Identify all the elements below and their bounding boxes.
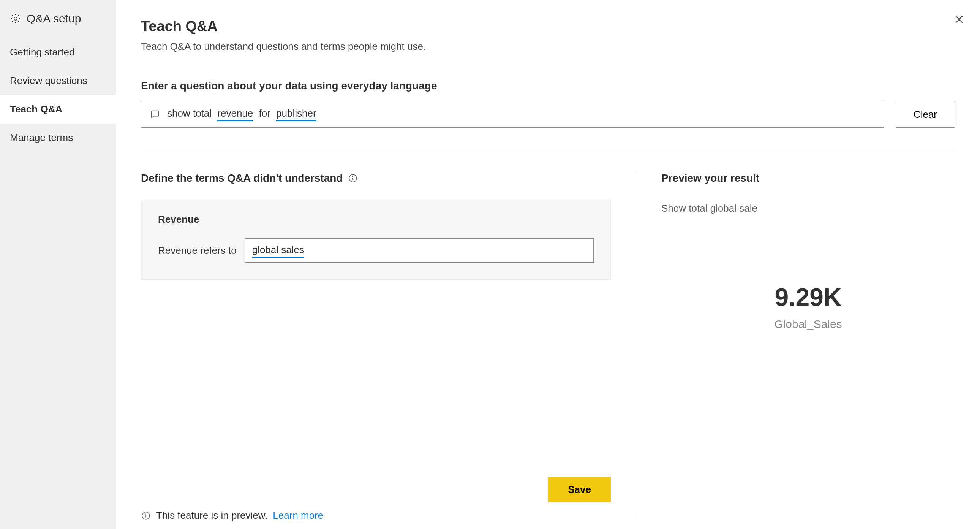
define-header: Define the terms Q&A didn't understand [141,172,611,184]
preview-value: 9.29K [661,283,955,312]
close-icon [953,14,965,25]
term-refers-label: Revenue refers to [158,245,237,257]
question-token-underlined: publisher [276,108,317,121]
define-column: Define the terms Q&A didn't understand R… [141,172,636,518]
page-title: Teach Q&A [141,18,955,35]
sidebar-header: Q&A setup [0,12,116,38]
divider [141,149,955,149]
save-button[interactable]: Save [548,477,611,502]
define-title: Define the terms Q&A didn't understand [141,172,343,184]
info-icon[interactable] [348,173,358,183]
close-button[interactable] [950,10,969,29]
preview-column: Preview your result Show total global sa… [636,172,955,518]
sidebar-item-teach-qa[interactable]: Teach Q&A [0,95,116,124]
footer-text: This feature is in preview. [156,510,267,521]
preview-interpretation: Show total global sale [661,202,955,214]
columns: Define the terms Q&A didn't understand R… [141,172,955,518]
preview-card: 9.29K Global_Sales [661,283,955,331]
term-card: Revenue Revenue refers to global sales [141,199,611,280]
info-icon [141,511,151,521]
term-value-text: global sales [252,244,304,258]
main-content: Teach Q&A Teach Q&A to understand questi… [116,0,980,529]
preview-title: Preview your result [661,172,955,184]
learn-more-link[interactable]: Learn more [273,510,323,521]
sidebar: Q&A setup Getting started Review questio… [0,0,116,529]
term-name: Revenue [158,214,594,225]
question-token: for [256,108,273,120]
svg-point-5 [353,176,353,177]
question-token-underlined: revenue [217,108,253,121]
question-row: show total revenue for publisher Clear [141,101,955,128]
svg-point-8 [145,513,146,514]
term-value-input[interactable]: global sales [245,238,594,263]
question-input[interactable]: show total revenue for publisher [141,101,884,128]
question-section-label: Enter a question about your data using e… [141,80,955,92]
save-row: Save [141,462,611,518]
sidebar-item-getting-started[interactable]: Getting started [0,38,116,67]
sidebar-item-review-questions[interactable]: Review questions [0,67,116,95]
svg-point-0 [14,17,17,20]
sidebar-title: Q&A setup [27,12,81,25]
preview-value-label: Global_Sales [661,318,955,331]
gear-icon [10,13,21,24]
chat-icon [150,109,160,120]
clear-button[interactable]: Clear [896,101,955,128]
term-define-row: Revenue refers to global sales [158,238,594,263]
question-token: show total [167,108,214,120]
question-text: show total revenue for publisher [167,108,317,121]
footer-note: This feature is in preview. Learn more [141,510,323,521]
page-subtitle: Teach Q&A to understand questions and te… [141,41,955,53]
sidebar-item-manage-terms[interactable]: Manage terms [0,124,116,152]
